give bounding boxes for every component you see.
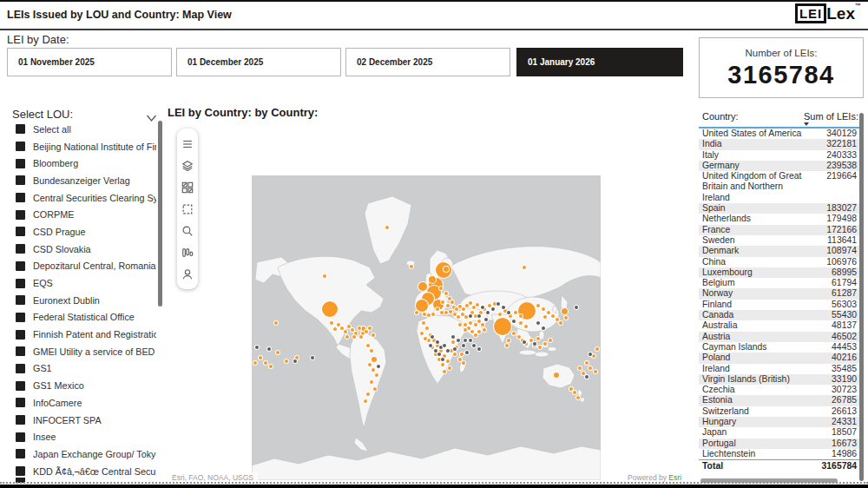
map-bubble[interactable] — [323, 274, 326, 278]
map-bubble[interactable] — [556, 318, 559, 321]
lou-item-select-all[interactable]: Select all — [12, 121, 156, 138]
table-row-australia[interactable]: Australia48137 — [699, 320, 860, 331]
map-bubble[interactable] — [345, 335, 349, 339]
map-bubble[interactable] — [536, 321, 540, 325]
map-bubble[interactable] — [448, 366, 451, 370]
search-icon[interactable] — [179, 220, 196, 241]
map-bubble[interactable] — [564, 316, 568, 320]
map-bubble[interactable] — [477, 330, 481, 333]
map-bubble[interactable] — [443, 370, 446, 373]
map-bubble[interactable] — [523, 340, 526, 344]
lou-item-beijing-national-institute-of-fi[interactable]: Beijing National Institute of Financi... — [12, 138, 156, 155]
map-bubble[interactable] — [457, 339, 460, 342]
table-vertical-scrollbar[interactable] — [859, 113, 864, 481]
map-bubble[interactable] — [311, 356, 314, 359]
map-bubble[interactable] — [460, 353, 464, 356]
table-row-cayman-islands[interactable]: Cayman Islands44453 — [699, 342, 860, 353]
map-bubble[interactable] — [276, 351, 279, 354]
map-bubble[interactable] — [594, 370, 597, 373]
map-bubble[interactable] — [523, 266, 526, 269]
lou-item-infocert-spa[interactable]: INFOCERT SPA — [12, 412, 156, 429]
lou-item-federal-statistical-office[interactable]: Federal Statistical Office — [12, 309, 156, 326]
checkbox-checked-icon[interactable] — [16, 295, 25, 305]
map-bubble[interactable] — [488, 304, 491, 307]
map-bubble[interactable] — [285, 359, 288, 363]
checkbox-checked-icon[interactable] — [16, 364, 25, 373]
lou-item-insee[interactable]: Insee — [12, 428, 156, 445]
table-row-liechtenstein[interactable]: Liechtenstein14986 — [699, 449, 860, 459]
map-bubble[interactable] — [477, 314, 481, 318]
map-bubble[interactable] — [533, 342, 536, 346]
lou-scrollbar[interactable] — [158, 121, 162, 307]
map-bubble[interactable] — [469, 321, 472, 325]
lou-item-bloomberg[interactable]: Bloomberg — [12, 155, 156, 172]
lou-item-japan-exchange-group-tokyo-stoc[interactable]: Japan Exchange Group/ Tokyo Stoc... — [12, 445, 156, 463]
map-bubble[interactable] — [437, 353, 441, 356]
map-bubble[interactable] — [422, 321, 425, 325]
map-bubble[interactable] — [424, 337, 427, 340]
date-option-02-december-2025[interactable]: 02 December 2025 — [345, 48, 510, 76]
map-bubble[interactable] — [472, 306, 476, 309]
lou-item-finnish-patent-and-registration-[interactable]: Finnish Patent and Registration Offi... — [12, 326, 156, 343]
map-bubble[interactable] — [469, 301, 472, 305]
basemap-gallery-icon[interactable] — [179, 176, 196, 198]
lou-item-depozitarul-central-romania[interactable]: Depozitarul Central, Romania — [12, 258, 156, 275]
map-bubble[interactable] — [444, 311, 448, 314]
map-bubble[interactable] — [359, 335, 363, 339]
map-bubble[interactable] — [455, 307, 458, 311]
table-row-india[interactable]: India322181 — [699, 139, 860, 149]
map-bubble[interactable] — [337, 323, 340, 326]
table-row-norway[interactable]: Norway61287 — [699, 288, 860, 299]
map-bubble[interactable] — [253, 361, 257, 365]
map-bubble[interactable] — [592, 354, 595, 358]
map-bubble[interactable] — [453, 347, 457, 351]
lou-item-euronext-dublin[interactable]: Euronext Dublin — [12, 292, 156, 309]
map-bubble[interactable] — [441, 300, 444, 304]
map-bubble[interactable] — [519, 314, 523, 318]
map-bubble[interactable] — [366, 392, 370, 396]
map-bubble[interactable] — [464, 339, 467, 342]
map-bubble[interactable] — [364, 399, 367, 403]
table-row-denmark[interactable]: Denmark108974 — [699, 246, 860, 256]
map-bubble[interactable] — [569, 387, 573, 391]
checkbox-checked-icon[interactable] — [16, 330, 25, 340]
map-bubble[interactable] — [429, 276, 436, 283]
table-row-czechia[interactable]: Czechia30723 — [699, 385, 860, 395]
map-bubble[interactable] — [410, 265, 413, 268]
map-bubble[interactable] — [423, 313, 426, 316]
map-bubble[interactable] — [441, 358, 444, 361]
map-bubble[interactable] — [573, 391, 576, 394]
map-bubble[interactable] — [551, 314, 555, 318]
map-bubble[interactable] — [373, 387, 377, 391]
lou-item-kdd-central-securities-c[interactable]: KDD Ã¢â‚¬â€œ Central Securities C... — [12, 463, 156, 480]
map-bubble[interactable] — [368, 326, 372, 330]
map-bubble[interactable] — [582, 372, 585, 375]
map-bubble[interactable] — [542, 307, 545, 311]
map-bubble[interactable] — [347, 325, 351, 328]
table-row-united-kingdom-of-great-britain-[interactable]: United Kingdom of Great Britain and Nort… — [699, 171, 860, 203]
map-bubble[interactable] — [358, 326, 361, 330]
map-bubble[interactable] — [370, 380, 373, 384]
map-bubble[interactable] — [385, 226, 389, 229]
map-bubble[interactable] — [415, 311, 418, 314]
map-bubble[interactable] — [474, 333, 477, 337]
map-bubble[interactable] — [462, 344, 465, 347]
map-bubble[interactable] — [472, 344, 476, 347]
map-bubble[interactable] — [585, 375, 589, 379]
map-bubble[interactable] — [420, 332, 424, 335]
table-row-canada[interactable]: Canada55430 — [699, 310, 860, 320]
map-bubble[interactable] — [443, 344, 446, 347]
checkbox-checked-icon[interactable] — [16, 381, 25, 391]
map-bubble[interactable] — [512, 332, 516, 335]
map-bubble[interactable] — [429, 344, 432, 347]
esri-link[interactable]: Esri — [668, 473, 681, 482]
map-bubble[interactable] — [498, 313, 502, 316]
table-row-estonia[interactable]: Estonia26785 — [699, 395, 860, 406]
table-row-spain[interactable]: Spain183027 — [699, 203, 860, 214]
map-bubble[interactable] — [554, 373, 559, 378]
map-bubble[interactable] — [440, 311, 444, 314]
map-bubble[interactable] — [462, 361, 465, 365]
map-bubble[interactable] — [465, 304, 469, 307]
map-bubble[interactable] — [470, 330, 474, 333]
layers-icon[interactable] — [179, 155, 196, 176]
